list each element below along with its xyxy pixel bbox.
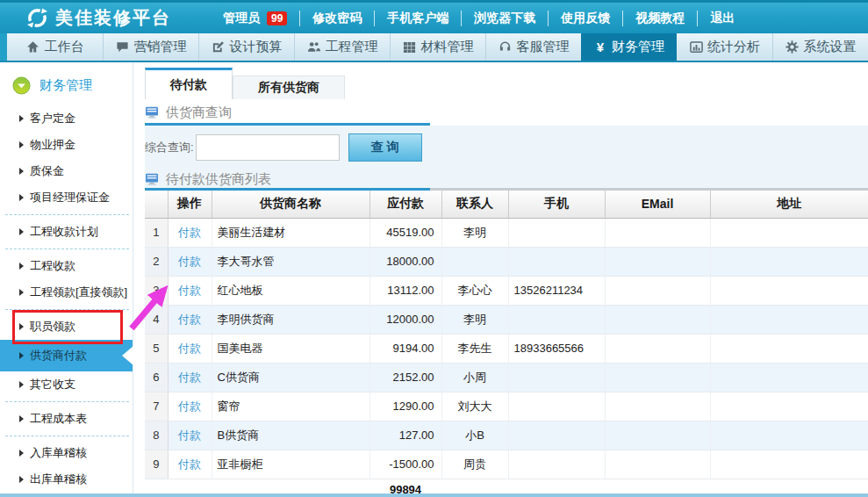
address-value <box>710 276 868 305</box>
nav-item-3[interactable]: 设计预算 <box>198 33 294 61</box>
pay-link[interactable]: 付款 <box>178 457 201 471</box>
topbar-menu-item[interactable]: 浏览器下载 <box>461 11 548 26</box>
query-button[interactable]: 查 询 <box>348 133 422 162</box>
address-value <box>710 218 868 247</box>
nav-item-5[interactable]: 材料管理 <box>390 33 485 61</box>
pay-link[interactable]: 付款 <box>178 429 201 442</box>
supplier-name: 红心地板 <box>212 276 369 305</box>
nav-item-8[interactable]: 统计分析 <box>677 33 772 61</box>
topbar-menu-label: 退出 <box>710 11 735 26</box>
phone-number: 13526211234 <box>508 276 605 305</box>
table-header-row: 操作供货商名称应付款联系人手机EMail地址 <box>145 191 868 218</box>
supplier-name: 李明供货商 <box>212 305 369 334</box>
sidebar-item[interactable]: 客户定金 <box>0 105 133 132</box>
pay-link[interactable]: 付款 <box>178 226 201 239</box>
row-number: 5 <box>145 334 168 363</box>
email-value <box>605 421 710 450</box>
column-header: EMail <box>605 191 710 218</box>
sidebar-item[interactable]: 职员领款 <box>0 313 133 340</box>
nav-item-9[interactable]: 系统设置 <box>772 33 868 61</box>
sidebar-item[interactable]: 质保金 <box>0 158 133 184</box>
chart-icon <box>689 40 703 54</box>
contact-name: 李明 <box>441 218 508 247</box>
app-title: 美佳装修平台 <box>55 6 171 30</box>
pay-link[interactable]: 付款 <box>178 400 201 413</box>
sidebar-item[interactable]: 工程领款[直接领款] <box>0 279 133 306</box>
tab-1[interactable]: 待付款 <box>145 68 233 99</box>
sidebar-item[interactable]: 物业押金 <box>0 132 133 158</box>
nav-item-4[interactable]: 工程管理 <box>294 33 390 61</box>
yen-icon: ¥ <box>593 40 607 54</box>
row-number: 6 <box>145 363 168 392</box>
supplier-name: 亚非橱柜 <box>212 450 369 479</box>
address-value <box>710 305 868 334</box>
sidebar-item[interactable]: 其它收支 <box>0 371 133 398</box>
gear-icon <box>785 40 799 54</box>
nav-item-1[interactable]: 工作台 <box>7 33 103 61</box>
topbar: 美佳装修平台 管理员99修改密码手机客户端浏览器下载使用反馈视频教程退出 <box>0 0 868 33</box>
suppliers-table: 操作供货商名称应付款联系人手机EMail地址 1付款美丽生活建材45519.00… <box>145 191 868 497</box>
topbar-menu-item[interactable]: 使用反馈 <box>548 11 622 26</box>
sidebar-header[interactable]: 财务管理 <box>0 62 133 105</box>
phone-number <box>508 363 605 392</box>
sidebar-item[interactable]: 工程收款 <box>0 253 133 279</box>
nav-item-2[interactable]: 营销管理 <box>103 33 198 61</box>
sidebar-item-label: 物业押金 <box>30 137 75 153</box>
brand-logo-icon <box>26 7 48 29</box>
topbar-menu-label: 使用反馈 <box>561 11 610 26</box>
sidebar-item[interactable]: 入库单稽核 <box>0 440 133 466</box>
payable-amount: 12000.00 <box>369 305 441 334</box>
email-value <box>605 363 710 392</box>
table-row: 4付款李明供货商12000.00李明 <box>145 305 868 334</box>
email-value <box>605 450 710 479</box>
sidebar-item[interactable]: 工程收款计划 <box>0 219 133 245</box>
nav-item-label: 营销管理 <box>133 39 186 55</box>
edit-icon <box>211 40 225 54</box>
sidebar-item[interactable]: 出库单稽核 <box>0 466 133 493</box>
topbar-menu-label: 视频教程 <box>635 11 685 26</box>
sidebar-item[interactable]: 供货商付款 <box>0 340 133 371</box>
pay-link[interactable]: 付款 <box>178 255 201 268</box>
nav-item-6[interactable]: 客服管理 <box>485 33 581 61</box>
topbar-menu-item[interactable]: 视频教程 <box>622 11 697 26</box>
phone-number <box>508 247 605 276</box>
sidebar-item-label: 出库单稽核 <box>30 472 87 487</box>
topbar-menu-item[interactable]: 修改密码 <box>299 11 374 26</box>
email-value <box>605 218 710 247</box>
topbar-menu-label: 手机客户端 <box>387 11 448 26</box>
table-row: 9付款亚非橱柜-1500.00周贵 <box>145 450 868 479</box>
column-header: 供货商名称 <box>212 191 369 218</box>
contact-name: 刘大大 <box>441 392 508 421</box>
column-header: 手机 <box>508 191 605 218</box>
row-number: 9 <box>145 450 168 479</box>
home-icon <box>25 40 39 54</box>
topbar-menu-item[interactable]: 管理员99 <box>211 11 299 26</box>
pay-link[interactable]: 付款 <box>178 371 201 384</box>
list-section-title: 待付款供货商列表 <box>166 171 271 188</box>
action-cell: 付款 <box>168 218 212 247</box>
contact-name: 李明 <box>441 305 508 334</box>
pay-link[interactable]: 付款 <box>178 342 201 355</box>
sidebar-item-label: 入库单稽核 <box>30 445 87 461</box>
nav-item-label: 系统设置 <box>803 39 856 55</box>
address-value <box>710 247 868 276</box>
query-input[interactable] <box>196 134 340 161</box>
pay-link[interactable]: 付款 <box>178 313 201 326</box>
sidebar-item[interactable]: 工程成本表 <box>0 406 133 432</box>
row-number: 8 <box>145 421 168 450</box>
nav-item-7[interactable]: ¥财务管理 <box>581 33 677 61</box>
pay-link[interactable]: 付款 <box>178 284 201 297</box>
nav-item-label: 财务管理 <box>612 39 664 55</box>
sidebar-item-label: 供货商付款 <box>30 348 87 364</box>
row-number: 2 <box>145 247 168 276</box>
payable-amount: 1290.00 <box>369 392 441 421</box>
tab-2[interactable]: 所有供货商 <box>233 76 345 99</box>
topbar-menu-item[interactable]: 退出 <box>697 11 747 26</box>
payable-amount: 13112.00 <box>369 276 441 305</box>
sidebar-item[interactable]: 项目经理保证金 <box>0 184 133 211</box>
brand: 美佳装修平台 <box>26 6 171 30</box>
table-row: 5付款国美电器9194.00李先生18933665566 <box>145 334 868 363</box>
action-cell: 付款 <box>168 363 212 392</box>
topbar-menu-item[interactable]: 手机客户端 <box>374 11 461 26</box>
payable-amount: 18000.00 <box>369 247 441 276</box>
